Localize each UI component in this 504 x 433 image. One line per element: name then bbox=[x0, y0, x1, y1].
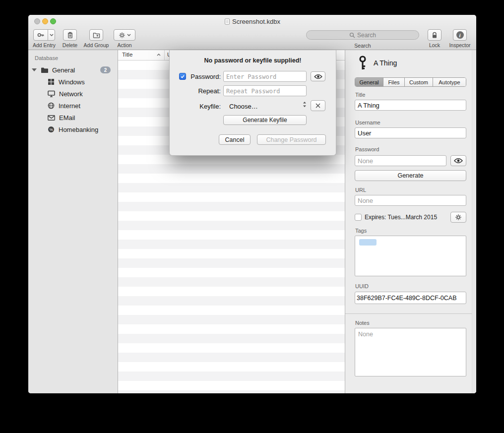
action-group: Action bbox=[112, 29, 137, 48]
search-label: Search bbox=[306, 43, 419, 49]
inspector-divider bbox=[345, 313, 476, 314]
tab-files[interactable]: Files bbox=[383, 78, 405, 86]
sidebar-item-label: Network bbox=[59, 90, 83, 98]
titlebar: Screenshot.kdbx bbox=[28, 15, 476, 28]
username-field-label: Username bbox=[355, 120, 380, 125]
action-button[interactable] bbox=[114, 29, 135, 41]
key-icon bbox=[358, 56, 367, 70]
sort-ascending-icon bbox=[157, 54, 161, 56]
generate-keyfile-button[interactable]: Generate Keyfile bbox=[223, 115, 307, 125]
add-group-label: Add Group bbox=[84, 42, 109, 48]
sheet-repeat-input[interactable] bbox=[223, 85, 307, 96]
toolbar: Add Entry Delete bbox=[28, 28, 476, 50]
window-title-group: Screenshot.kdbx bbox=[224, 15, 280, 28]
magnifier-icon bbox=[349, 32, 355, 38]
inspector-button[interactable]: i bbox=[453, 29, 467, 41]
eye-icon bbox=[454, 158, 463, 164]
sidebar-item-label: General bbox=[52, 66, 75, 74]
search-input[interactable]: Search bbox=[306, 30, 419, 40]
expires-settings-button[interactable] bbox=[450, 212, 466, 223]
add-entry-button[interactable] bbox=[33, 29, 48, 41]
add-entry-dropdown-button[interactable] bbox=[48, 29, 55, 41]
popup-stepper-icon[interactable] bbox=[303, 101, 307, 108]
sidebar-item-network[interactable]: Network bbox=[28, 88, 118, 100]
inspector-group: i Inspector bbox=[447, 29, 472, 48]
url-field[interactable] bbox=[355, 195, 466, 206]
folder-plus-icon bbox=[93, 32, 100, 38]
trash-icon bbox=[67, 31, 73, 39]
inspector-scrollbar[interactable] bbox=[472, 50, 476, 393]
clear-keyfile-button[interactable] bbox=[311, 100, 325, 111]
close-button[interactable] bbox=[34, 18, 40, 24]
expires-label: Expires: Tues...March 2015 bbox=[365, 214, 437, 221]
sidebar-item-homebanking[interactable]: % Homebanking bbox=[28, 124, 118, 135]
generate-password-button[interactable]: Generate bbox=[355, 170, 466, 181]
reveal-password-button[interactable] bbox=[450, 155, 466, 166]
sidebar: Database General 2 bbox=[28, 50, 118, 393]
inspector-tabs: General Files Custom Autotype bbox=[355, 77, 466, 87]
zoom-button[interactable] bbox=[50, 18, 56, 24]
url-field-label: URL bbox=[355, 187, 366, 193]
sidebar-item-label: EMail bbox=[59, 114, 75, 122]
folder-icon bbox=[41, 67, 49, 73]
tags-box[interactable] bbox=[355, 236, 466, 276]
add-entry-label: Add Entry bbox=[33, 42, 56, 48]
title-field[interactable] bbox=[355, 100, 466, 111]
change-password-button[interactable]: Change Password bbox=[257, 134, 326, 145]
keyfile-popup[interactable]: Choose… bbox=[229, 103, 258, 110]
close-x-icon bbox=[315, 103, 321, 109]
globe-icon bbox=[48, 102, 55, 109]
sidebar-item-internet[interactable]: Internet bbox=[28, 100, 118, 112]
password-field-label: Password bbox=[355, 146, 379, 152]
add-group-button[interactable] bbox=[89, 29, 103, 41]
tab-general[interactable]: General bbox=[355, 78, 383, 86]
gear-icon bbox=[119, 32, 126, 39]
sidebar-item-general[interactable]: General 2 bbox=[28, 64, 118, 76]
sidebar-item-label: Windows bbox=[59, 78, 85, 86]
sheet-reveal-password-button[interactable] bbox=[311, 71, 325, 81]
column-divider[interactable] bbox=[164, 50, 165, 60]
key-plus-icon bbox=[37, 31, 45, 39]
column-header-title[interactable]: Title bbox=[122, 52, 132, 58]
add-entry-group: Add Entry bbox=[30, 29, 58, 48]
notes-placeholder: None bbox=[358, 331, 373, 338]
password-sheet: No password or keyfile supplied! Passwor… bbox=[169, 50, 336, 156]
tab-custom[interactable]: Custom bbox=[405, 78, 433, 86]
sheet-message: No password or keyfile supplied! bbox=[170, 57, 336, 64]
sidebar-item-windows[interactable]: Windows bbox=[28, 76, 118, 88]
disclosure-triangle-icon[interactable] bbox=[32, 68, 37, 71]
sheet-repeat-label: Repeat: bbox=[185, 87, 221, 95]
delete-group: Delete bbox=[58, 29, 82, 48]
cancel-button[interactable]: Cancel bbox=[219, 134, 251, 145]
entry-title: A Thing bbox=[374, 59, 397, 67]
lock-label: Lock bbox=[429, 42, 440, 48]
chevron-down-icon bbox=[127, 34, 131, 36]
tag-chip[interactable] bbox=[359, 239, 377, 246]
uuid-field[interactable] bbox=[355, 292, 466, 304]
sidebar-item-email[interactable]: EMail bbox=[28, 112, 118, 124]
delete-button[interactable] bbox=[63, 29, 77, 41]
minimize-button[interactable] bbox=[42, 18, 48, 24]
password-field[interactable] bbox=[355, 155, 446, 166]
notes-label: Notes bbox=[355, 320, 370, 326]
eye-icon bbox=[314, 74, 322, 79]
monitor-icon bbox=[48, 90, 55, 97]
username-field[interactable] bbox=[355, 127, 466, 138]
chevron-down-icon bbox=[50, 34, 54, 36]
notes-field[interactable]: None bbox=[355, 328, 466, 376]
add-group-group: Add Group bbox=[81, 29, 112, 48]
entry-count-badge: 2 bbox=[100, 66, 111, 73]
search-placeholder: Search bbox=[357, 32, 376, 39]
expires-checkbox[interactable] bbox=[355, 214, 362, 221]
document-icon bbox=[224, 18, 230, 25]
sheet-password-input[interactable] bbox=[223, 71, 307, 82]
tab-autotype[interactable]: Autotype bbox=[433, 78, 466, 86]
lock-group: Lock bbox=[425, 29, 444, 48]
envelope-icon bbox=[48, 115, 55, 121]
lock-button[interactable] bbox=[428, 29, 441, 41]
inspector-panel: A Thing General Files Custom Autotype Ti… bbox=[345, 50, 476, 393]
windows-icon bbox=[48, 78, 55, 85]
sheet-keyfile-label: Keyfile: bbox=[185, 103, 221, 110]
screen: Screenshot.kdbx bbox=[0, 0, 504, 433]
info-circle-icon: i bbox=[456, 31, 464, 39]
